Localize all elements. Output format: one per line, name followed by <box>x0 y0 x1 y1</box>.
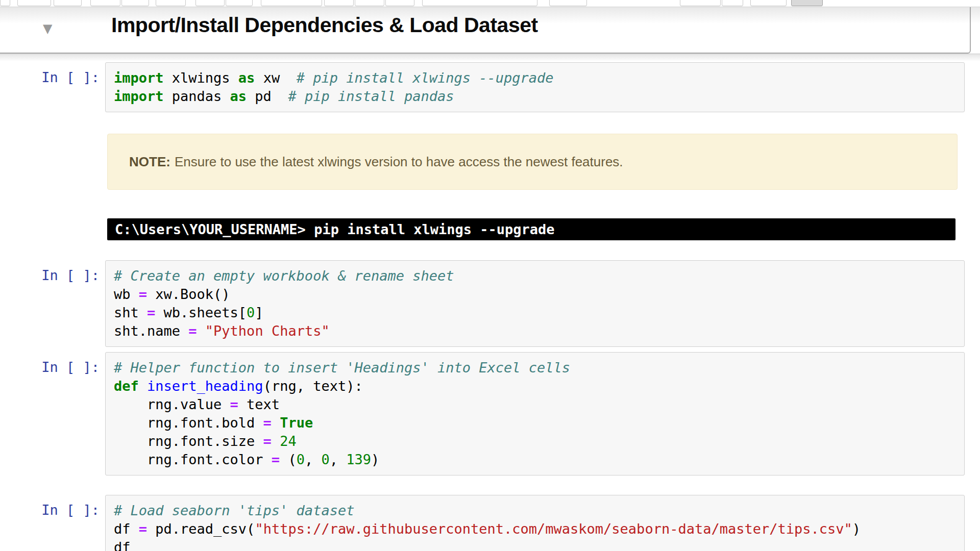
code-token-kw: import <box>114 88 164 104</box>
code-token-pl: xlwings <box>164 70 238 86</box>
code-token-pl: rng.font.size <box>114 433 263 449</box>
code-token-op: = <box>147 305 155 320</box>
toolbar-button-remnant[interactable] <box>121 0 149 6</box>
code-line: import xlwings as xw # pip install xlwin… <box>114 69 959 87</box>
toolbar-button-remnant[interactable] <box>549 0 587 6</box>
cell-input[interactable]: # Load seaborn 'tips' datasetdf = pd.rea… <box>105 495 965 551</box>
code-token-pl <box>272 415 280 431</box>
code-token-pl <box>139 378 147 394</box>
toolbar-button-remnant[interactable] <box>90 0 120 6</box>
toolbar-dropdown-remnant[interactable] <box>422 0 537 6</box>
code-token-op: = <box>139 521 147 537</box>
code-token-kw: as <box>238 70 255 86</box>
cell-input[interactable]: import xlwings as xw # pip install xlwin… <box>105 62 965 112</box>
code-cell: In [ ]: # Create an empty workbook & ren… <box>0 260 965 347</box>
code-line: wb = xw.Book() <box>114 285 959 304</box>
code-token-pl: rng.font.color <box>114 452 272 467</box>
code-token-nb: 0 <box>297 452 305 467</box>
cell-input[interactable]: # Helper function to insert 'Headings' i… <box>105 352 965 475</box>
code-token-pl: sht <box>114 305 147 320</box>
toolbar-button-remnant[interactable] <box>750 0 787 6</box>
note-callout[interactable]: NOTE: Ensure to use the latest xlwings v… <box>107 134 958 190</box>
code-token-pl: rng.value <box>114 396 230 412</box>
code-token-nb: 24 <box>280 433 297 449</box>
code-token-fn: insert_heading <box>147 378 263 394</box>
code-token-pl: text <box>238 396 280 412</box>
code-token-pl <box>272 433 280 449</box>
cell-input[interactable]: # Create an empty workbook & rename shee… <box>105 260 965 347</box>
note-text: Ensure to use the latest xlwings version… <box>175 154 623 170</box>
code-token-kw: True <box>280 415 313 431</box>
toolbar-button-remnant[interactable] <box>17 0 51 6</box>
cell-prompt: In [ ]: <box>0 352 100 377</box>
code-token-pl: pd.read_csv( <box>147 521 255 537</box>
code-token-pl <box>197 323 205 339</box>
note-label: NOTE: <box>129 154 170 170</box>
code-token-pl: rng.font.bold <box>114 415 263 431</box>
toolbar-button-remnant[interactable] <box>355 0 384 6</box>
code-token-op: = <box>230 396 238 412</box>
code-token-pl: (rng, text): <box>263 378 363 394</box>
code-line: df = pd.read_csv("https://raw.githubuser… <box>114 520 959 538</box>
code-line: rng.font.size = 24 <box>114 432 959 450</box>
toolbar <box>0 0 980 7</box>
cell-prompt: In [ ]: <box>0 62 100 87</box>
code-token-kw: def <box>114 378 139 394</box>
toolbar-button-remnant[interactable] <box>261 0 322 6</box>
code-line: rng.font.color = (0, 0, 139) <box>114 450 959 469</box>
code-token-pl: ) <box>371 452 379 467</box>
code-token-pl: wb.sheets[ <box>155 305 247 320</box>
code-token-op: = <box>263 415 272 431</box>
code-token-st: "Python Charts" <box>205 323 330 339</box>
toolbar-button-remnant-active[interactable] <box>791 0 823 6</box>
terminal-snippet[interactable]: C:\Users\YOUR_USERNAME> pip install xlwi… <box>107 218 955 240</box>
code-token-op: = <box>263 433 272 449</box>
toolbar-button-remnant[interactable] <box>54 0 82 6</box>
code-token-nb: 0 <box>247 305 255 320</box>
code-token-pl: pd <box>247 88 288 104</box>
code-token-pl: , <box>330 452 347 467</box>
code-token-pl: df <box>114 539 131 551</box>
collapse-section-icon[interactable]: ▼ <box>43 22 52 35</box>
toolbar-button-remnant[interactable] <box>156 0 186 6</box>
toolbar-button-remnant[interactable] <box>324 0 354 6</box>
code-token-cm: # pip install xlwings --upgrade <box>297 70 554 86</box>
code-line: sht = wb.sheets[0] <box>114 304 959 322</box>
code-token-pl: , <box>305 452 322 467</box>
code-token-pl: ( <box>280 452 297 467</box>
code-token-pl: xw.Book() <box>147 286 230 302</box>
code-line: # Helper function to insert 'Headings' i… <box>114 359 959 377</box>
code-token-pl: sht.name <box>114 323 188 339</box>
code-line: # Load seaborn 'tips' dataset <box>114 502 959 520</box>
code-token-st: "https://raw.githubusercontent.com/mwask… <box>255 521 852 537</box>
notebook-page: ▼ Import/Install Dependencies & Load Dat… <box>0 0 980 551</box>
code-line: rng.font.bold = True <box>114 414 959 432</box>
code-line: def insert_heading(rng, text): <box>114 377 959 395</box>
code-line: rng.value = text <box>114 395 959 414</box>
code-token-pl: xw <box>255 70 296 86</box>
code-token-pl: wb <box>114 286 139 302</box>
toolbar-button-remnant[interactable] <box>722 0 743 6</box>
code-cell: In [ ]: import xlwings as xw # pip insta… <box>0 62 965 112</box>
code-token-cm: # Create an empty workbook & rename shee… <box>114 268 454 284</box>
toolbar-button-remnant[interactable] <box>680 0 721 6</box>
code-token-cm: # Load seaborn 'tips' dataset <box>114 503 354 518</box>
code-token-nb: 0 <box>321 452 329 467</box>
toolbar-button-remnant[interactable] <box>0 0 10 6</box>
code-token-pl: pandas <box>164 88 230 104</box>
terminal-command: C:\Users\YOUR_USERNAME> pip install xlwi… <box>115 221 555 237</box>
section-title: Import/Install Dependencies & Load Datas… <box>111 13 538 37</box>
code-line: df <box>114 538 959 551</box>
cell-prompt: In [ ]: <box>0 260 100 285</box>
toolbar-button-remnant[interactable] <box>195 0 225 6</box>
code-token-pl: df <box>114 521 139 537</box>
code-token-op: = <box>188 323 197 339</box>
code-line: sht.name = "Python Charts" <box>114 322 959 340</box>
code-line: import pandas as pd # pip install pandas <box>114 87 959 106</box>
code-token-kw: import <box>114 70 164 86</box>
toolbar-button-remnant[interactable] <box>226 0 253 6</box>
code-token-pl: ] <box>255 305 263 320</box>
code-token-op: = <box>139 286 147 302</box>
code-line: # Create an empty workbook & rename shee… <box>114 267 959 285</box>
toolbar-button-remnant[interactable] <box>385 0 414 6</box>
